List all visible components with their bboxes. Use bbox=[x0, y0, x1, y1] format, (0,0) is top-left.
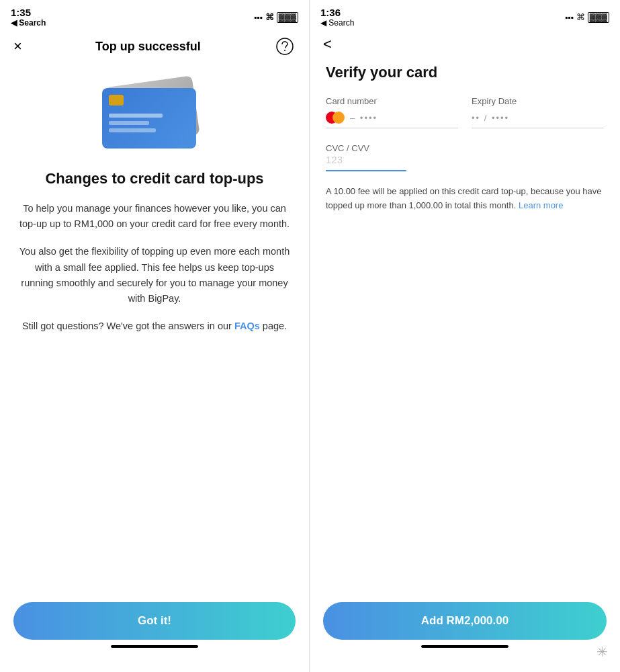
card-chip bbox=[109, 95, 124, 106]
back-button[interactable]: < bbox=[323, 36, 332, 53]
mastercard-icon bbox=[326, 112, 345, 124]
card-stripe-2 bbox=[109, 121, 149, 125]
card-expiry-row: Card number – •••• Expiry Date •• / •••• bbox=[326, 96, 604, 128]
left-bottom-area: Got it! bbox=[0, 602, 309, 672]
signal-icon: ▪▪▪ bbox=[254, 13, 263, 22]
card-front bbox=[102, 88, 196, 149]
right-home-indicator bbox=[421, 645, 508, 648]
left-time: 1:35 bbox=[11, 7, 46, 18]
expiry-input[interactable]: •• / •••• bbox=[472, 112, 604, 128]
svg-point-0 bbox=[277, 38, 293, 54]
got-it-button[interactable]: Got it! bbox=[13, 602, 296, 640]
watermark: ✳ bbox=[596, 644, 608, 660]
learn-more-link[interactable]: Learn more bbox=[519, 200, 563, 210]
right-time: 1:36 bbox=[320, 7, 354, 18]
masked-expiry: •• / •••• bbox=[472, 113, 509, 123]
cvv-label: CVC / CVV bbox=[326, 143, 369, 153]
add-button[interactable]: Add RM2,000.00 bbox=[323, 602, 607, 640]
home-indicator bbox=[111, 645, 198, 648]
paragraph-3: Still got questions? We've got the answe… bbox=[19, 319, 290, 334]
right-wifi-icon: ⌘ bbox=[576, 12, 585, 22]
cvv-placeholder: 123 bbox=[326, 154, 343, 165]
left-status-bar: 1:35 ◀ Search ▪▪▪ ⌘ ▓▓▓ bbox=[0, 0, 309, 30]
left-search: ◀ Search bbox=[11, 18, 46, 28]
left-status-icons: ▪▪▪ ⌘ ▓▓▓ bbox=[254, 12, 298, 23]
help-icon[interactable] bbox=[274, 36, 296, 57]
battery-icon: ▓▓▓ bbox=[277, 12, 298, 23]
main-heading: Changes to credit card top-ups bbox=[19, 170, 290, 187]
left-nav-title: Top up successful bbox=[95, 40, 201, 54]
right-signal-icon: ▪▪▪ bbox=[565, 13, 574, 22]
right-content: Verify your card Card number – •••• Expi… bbox=[310, 61, 620, 602]
right-search: ◀ Search bbox=[320, 18, 354, 28]
masked-card-number: – •••• bbox=[350, 113, 378, 123]
wifi-icon: ⌘ bbox=[265, 12, 274, 22]
expiry-field: Expiry Date •• / •••• bbox=[472, 96, 604, 128]
expiry-label: Expiry Date bbox=[472, 96, 604, 106]
left-content: Changes to credit card top-ups To help y… bbox=[0, 170, 309, 602]
right-status-bar: 1:36 ◀ Search ▪▪▪ ⌘ ▓▓▓ bbox=[310, 0, 620, 30]
card-number-label: Card number bbox=[326, 96, 458, 106]
paragraph-1: To help you manage your finances however… bbox=[19, 201, 290, 232]
cvv-input[interactable]: 123 bbox=[326, 154, 406, 171]
mc-right bbox=[333, 112, 345, 124]
cvv-field: CVC / CVV 123 bbox=[326, 142, 604, 171]
card-stripe-1 bbox=[109, 114, 163, 118]
left-panel: 1:35 ◀ Search ▪▪▪ ⌘ ▓▓▓ × Top up success… bbox=[0, 0, 310, 672]
card-illustration bbox=[0, 62, 309, 170]
right-panel: 1:36 ◀ Search ▪▪▪ ⌘ ▓▓▓ < Verify your ca… bbox=[310, 0, 620, 672]
right-nav-bar: < bbox=[310, 30, 620, 61]
right-battery-icon: ▓▓▓ bbox=[588, 12, 609, 23]
fee-notice: A 10.00 fee will be applied on this cred… bbox=[326, 185, 604, 213]
faq-link[interactable]: FAQs bbox=[234, 321, 260, 331]
close-button[interactable]: × bbox=[13, 38, 22, 55]
verify-title: Verify your card bbox=[326, 64, 604, 81]
left-nav-bar: × Top up successful bbox=[0, 30, 309, 62]
right-status-icons: ▪▪▪ ⌘ ▓▓▓ bbox=[565, 12, 609, 23]
card-number-input[interactable]: – •••• bbox=[326, 112, 458, 128]
svg-point-1 bbox=[284, 50, 285, 51]
card-number-field: Card number – •••• bbox=[326, 96, 458, 128]
right-bottom-area: Add RM2,000.00 bbox=[310, 602, 620, 672]
card-stripe-3 bbox=[109, 128, 156, 132]
paragraph-2: You also get the flexibility of topping … bbox=[19, 244, 290, 306]
